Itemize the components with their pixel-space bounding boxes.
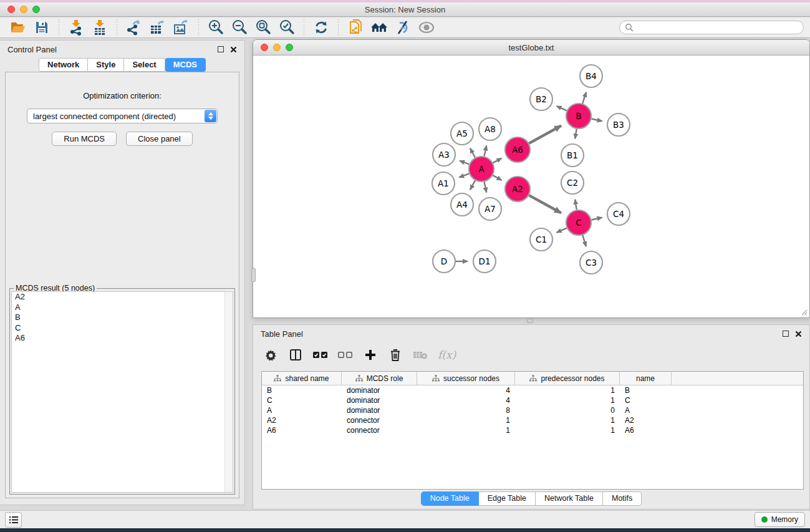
delete-column-icon[interactable] [388,347,403,362]
table-row[interactable]: A6connector11A6 [262,425,803,435]
node-A7[interactable]: A7 [479,198,501,220]
import-table-icon[interactable] [90,19,109,36]
edge-B-B4[interactable] [582,92,586,104]
table-row[interactable]: Cdominator41C [262,395,803,405]
node-B4[interactable]: B4 [580,65,602,87]
mcds-result-list[interactable]: A2ABCA6 [11,291,233,493]
zoom-in-icon[interactable] [206,19,225,36]
tab-edge-table[interactable]: Edge Table [479,491,536,506]
table-row[interactable]: A2connector11A2 [262,415,803,425]
node-B3[interactable]: B3 [607,114,630,136]
node-D[interactable]: D [433,250,455,273]
mcds-result-item[interactable]: A6 [12,333,233,344]
column-header-name[interactable]: name [620,372,672,385]
split-panel-icon[interactable] [288,347,303,362]
edge-A-A8[interactable] [484,145,486,156]
delete-table-icon[interactable] [413,347,428,362]
search-input[interactable] [634,23,798,32]
node-D1[interactable]: D1 [473,250,496,273]
optimization-criterion-select[interactable]: largest connected component (directed) [27,109,218,123]
table-float-panel-icon[interactable] [783,331,789,337]
node-C2[interactable]: C2 [561,172,584,194]
tab-select[interactable]: Select [124,58,165,72]
column-header-MCDS-role[interactable]: MCDS role [342,372,417,385]
zoom-fit-icon[interactable] [254,19,272,36]
edge-B-B2[interactable] [557,106,567,110]
edge-C-C3[interactable] [582,235,586,246]
edge-A-A6[interactable] [493,158,502,163]
edge-A-A3[interactable] [460,161,469,165]
edge-C-C1[interactable] [557,228,567,233]
mcds-result-item[interactable]: A [12,302,233,313]
column-header-shared-name[interactable]: shared name [262,372,342,385]
node-C1[interactable]: C1 [530,228,552,251]
edge-C-C2[interactable] [575,200,577,210]
network-graph[interactable]: AA1A2A3A4A5A6A7A8BB1B2B3B4CC1C2C3C4DD1 [254,56,809,317]
table-close-panel-icon[interactable] [795,331,802,337]
node-C3[interactable]: C3 [580,251,602,274]
tab-network-table[interactable]: Network Table [536,491,603,506]
open-session-from-file-icon[interactable] [346,19,365,36]
memory-button[interactable]: Memory [755,512,805,527]
table-row[interactable]: Bdominator41B [262,385,803,395]
tab-node-table[interactable]: Node Table [421,491,479,506]
export-image-icon[interactable] [172,19,191,36]
result-list-scrollbar[interactable] [224,292,233,492]
select-all-columns-icon[interactable] [313,347,328,362]
fx-label[interactable]: f(x) [438,349,456,361]
node-A6[interactable]: A6 [505,137,530,162]
network-canvas[interactable]: AA1A2A3A4A5A6A7A8BB1B2B3B4CC1C2C3C4DD1 [254,56,809,317]
zoom-out-icon[interactable] [230,19,249,36]
node-A1[interactable]: A1 [432,172,455,195]
home-icon[interactable] [370,19,388,36]
edge-A-A4[interactable] [470,180,475,190]
node-B[interactable]: B [566,104,591,128]
float-panel-icon[interactable] [218,46,224,52]
export-table-icon[interactable] [148,19,167,36]
node-A[interactable]: A [469,157,494,181]
close-panel-icon[interactable] [230,46,237,53]
edge-A-A7[interactable] [484,182,486,193]
edge-A6-B[interactable] [529,125,561,143]
node-C4[interactable]: C4 [607,203,630,225]
show-graphics-details-icon[interactable] [417,19,436,36]
tab-motifs[interactable]: Motifs [603,491,642,506]
node-A8[interactable]: A8 [479,118,501,140]
node-B2[interactable]: B2 [530,88,552,110]
table-settings-gear-icon[interactable] [263,347,278,362]
tab-network[interactable]: Network [39,58,88,72]
node-A2[interactable]: A2 [505,177,530,201]
edge-B-B1[interactable] [575,129,576,139]
add-column-icon[interactable] [363,347,378,362]
node-A4[interactable]: A4 [451,193,473,216]
table-row[interactable]: Adominator80A [262,405,803,415]
node-B1[interactable]: B1 [561,144,584,167]
node-C[interactable]: C [566,210,591,235]
mcds-result-item[interactable]: A2 [12,292,233,302]
export-network-icon[interactable] [125,19,143,36]
task-history-button[interactable] [5,512,22,528]
mcds-result-item[interactable]: C [12,323,233,334]
node-A3[interactable]: A3 [433,143,455,166]
edge-C-C4[interactable] [592,218,602,220]
window-resize-grip[interactable] [800,308,808,316]
save-session-icon[interactable] [32,19,51,36]
refresh-icon[interactable] [312,19,330,36]
zoom-selected-icon[interactable] [277,19,296,36]
run-mcds-button[interactable]: Run MCDS [52,132,117,146]
deselect-all-columns-icon[interactable] [338,347,353,362]
open-file-icon[interactable] [9,19,27,36]
mcds-result-item[interactable]: B [12,312,233,323]
column-header-predecessor-nodes[interactable]: predecessor nodes [515,372,620,385]
vertical-splitter-handle[interactable] [251,268,256,282]
hide-labels-icon[interactable] [393,19,412,36]
edge-A2-C[interactable] [529,195,561,213]
horizontal-splitter-handle[interactable] [527,319,533,323]
column-header-successor-nodes[interactable]: successor nodes [417,372,515,385]
edge-A-A2[interactable] [493,175,501,180]
tab-mcds[interactable]: MCDS [165,58,206,72]
edge-A-A1[interactable] [459,173,469,177]
import-network-icon[interactable] [67,19,85,36]
edge-B-B3[interactable] [592,118,602,121]
node-A5[interactable]: A5 [451,122,473,145]
